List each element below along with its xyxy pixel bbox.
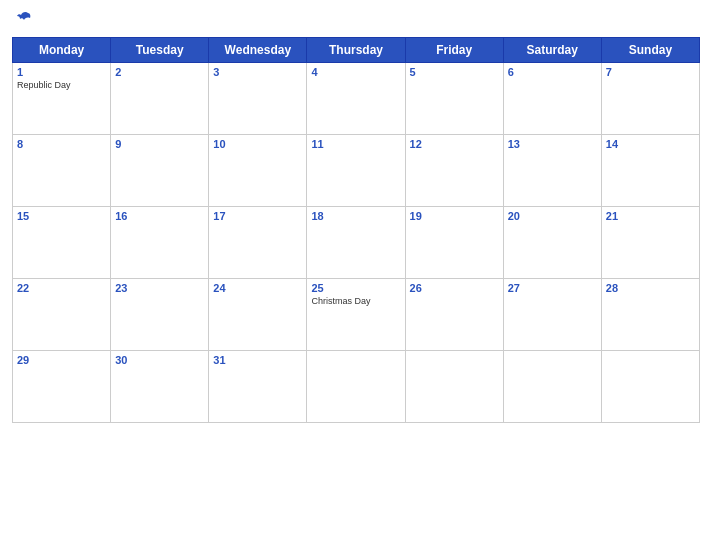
calendar-cell: 13 [503, 135, 601, 207]
calendar-cell: 1Republic Day [13, 63, 111, 135]
calendar-cell [405, 351, 503, 423]
calendar-cell: 5 [405, 63, 503, 135]
day-number: 21 [606, 210, 695, 222]
day-number: 14 [606, 138, 695, 150]
day-number: 28 [606, 282, 695, 294]
weekday-header-saturday: Saturday [503, 38, 601, 63]
day-number: 5 [410, 66, 499, 78]
calendar-cell: 26 [405, 279, 503, 351]
day-number: 4 [311, 66, 400, 78]
calendar-cell: 21 [601, 207, 699, 279]
calendar-cell: 3 [209, 63, 307, 135]
calendar-cell: 27 [503, 279, 601, 351]
week-row-4: 22232425Christmas Day262728 [13, 279, 700, 351]
day-number: 6 [508, 66, 597, 78]
holiday-name: Christmas Day [311, 296, 400, 307]
day-number: 13 [508, 138, 597, 150]
day-number: 25 [311, 282, 400, 294]
calendar-cell: 4 [307, 63, 405, 135]
calendar-cell: 24 [209, 279, 307, 351]
day-number: 31 [213, 354, 302, 366]
calendar-cell: 22 [13, 279, 111, 351]
day-number: 18 [311, 210, 400, 222]
calendar-cell: 30 [111, 351, 209, 423]
weekday-header-monday: Monday [13, 38, 111, 63]
weekday-header-row: MondayTuesdayWednesdayThursdayFridaySatu… [13, 38, 700, 63]
calendar-cell: 2 [111, 63, 209, 135]
calendar-cell: 12 [405, 135, 503, 207]
calendar-cell: 15 [13, 207, 111, 279]
week-row-3: 15161718192021 [13, 207, 700, 279]
week-row-1: 1Republic Day234567 [13, 63, 700, 135]
day-number: 16 [115, 210, 204, 222]
day-number: 8 [17, 138, 106, 150]
day-number: 27 [508, 282, 597, 294]
weekday-header-tuesday: Tuesday [111, 38, 209, 63]
day-number: 17 [213, 210, 302, 222]
calendar-cell: 16 [111, 207, 209, 279]
day-number: 10 [213, 138, 302, 150]
day-number: 1 [17, 66, 106, 78]
day-number: 7 [606, 66, 695, 78]
calendar-container: MondayTuesdayWednesdayThursdayFridaySatu… [0, 0, 712, 550]
calendar-cell: 8 [13, 135, 111, 207]
calendar-cell: 29 [13, 351, 111, 423]
week-row-5: 293031 [13, 351, 700, 423]
week-row-2: 891011121314 [13, 135, 700, 207]
day-number: 29 [17, 354, 106, 366]
holiday-name: Republic Day [17, 80, 106, 91]
weekday-header-sunday: Sunday [601, 38, 699, 63]
day-number: 26 [410, 282, 499, 294]
day-number: 3 [213, 66, 302, 78]
day-number: 15 [17, 210, 106, 222]
day-number: 12 [410, 138, 499, 150]
logo [16, 10, 34, 29]
calendar-cell: 19 [405, 207, 503, 279]
calendar-cell: 23 [111, 279, 209, 351]
calendar-header [12, 10, 700, 29]
calendar-cell: 18 [307, 207, 405, 279]
day-number: 2 [115, 66, 204, 78]
weekday-header-wednesday: Wednesday [209, 38, 307, 63]
calendar-cell: 11 [307, 135, 405, 207]
calendar-cell: 28 [601, 279, 699, 351]
calendar-table: MondayTuesdayWednesdayThursdayFridaySatu… [12, 37, 700, 423]
weekday-header-friday: Friday [405, 38, 503, 63]
calendar-cell: 10 [209, 135, 307, 207]
calendar-cell [503, 351, 601, 423]
day-number: 23 [115, 282, 204, 294]
day-number: 11 [311, 138, 400, 150]
calendar-cell: 20 [503, 207, 601, 279]
calendar-cell: 14 [601, 135, 699, 207]
day-number: 19 [410, 210, 499, 222]
calendar-cell [601, 351, 699, 423]
day-number: 9 [115, 138, 204, 150]
calendar-cell [307, 351, 405, 423]
logo-bird-icon [16, 10, 32, 29]
calendar-cell: 17 [209, 207, 307, 279]
day-number: 22 [17, 282, 106, 294]
calendar-cell: 9 [111, 135, 209, 207]
calendar-cell: 7 [601, 63, 699, 135]
day-number: 24 [213, 282, 302, 294]
calendar-cell: 25Christmas Day [307, 279, 405, 351]
calendar-cell: 6 [503, 63, 601, 135]
logo-blue-text [16, 10, 34, 29]
day-number: 20 [508, 210, 597, 222]
day-number: 30 [115, 354, 204, 366]
weekday-header-thursday: Thursday [307, 38, 405, 63]
calendar-cell: 31 [209, 351, 307, 423]
